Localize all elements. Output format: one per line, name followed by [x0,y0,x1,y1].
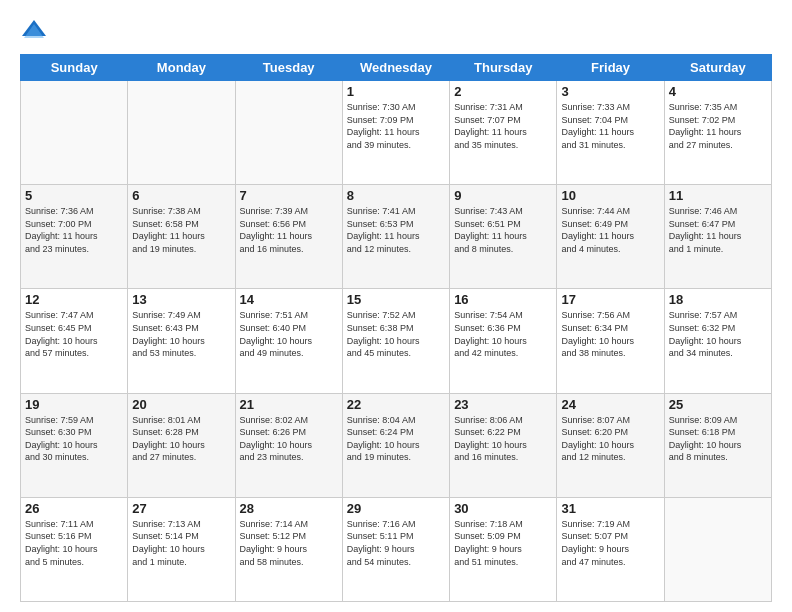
day-info: Sunrise: 7:14 AM Sunset: 5:12 PM Dayligh… [240,518,338,568]
calendar-cell: 22Sunrise: 8:04 AM Sunset: 6:24 PM Dayli… [342,393,449,497]
calendar-cell: 18Sunrise: 7:57 AM Sunset: 6:32 PM Dayli… [664,289,771,393]
day-info: Sunrise: 8:02 AM Sunset: 6:26 PM Dayligh… [240,414,338,464]
calendar-cell: 15Sunrise: 7:52 AM Sunset: 6:38 PM Dayli… [342,289,449,393]
day-number: 29 [347,501,445,516]
weekday-header-saturday: Saturday [664,55,771,81]
day-info: Sunrise: 7:36 AM Sunset: 7:00 PM Dayligh… [25,205,123,255]
day-number: 13 [132,292,230,307]
calendar-cell: 27Sunrise: 7:13 AM Sunset: 5:14 PM Dayli… [128,497,235,601]
calendar-cell: 12Sunrise: 7:47 AM Sunset: 6:45 PM Dayli… [21,289,128,393]
calendar-cell: 20Sunrise: 8:01 AM Sunset: 6:28 PM Dayli… [128,393,235,497]
day-info: Sunrise: 7:13 AM Sunset: 5:14 PM Dayligh… [132,518,230,568]
day-number: 5 [25,188,123,203]
day-info: Sunrise: 7:46 AM Sunset: 6:47 PM Dayligh… [669,205,767,255]
calendar-cell: 9Sunrise: 7:43 AM Sunset: 6:51 PM Daylig… [450,185,557,289]
day-number: 21 [240,397,338,412]
day-number: 23 [454,397,552,412]
calendar-cell: 3Sunrise: 7:33 AM Sunset: 7:04 PM Daylig… [557,81,664,185]
weekday-header-friday: Friday [557,55,664,81]
calendar-cell [21,81,128,185]
day-number: 1 [347,84,445,99]
day-info: Sunrise: 7:35 AM Sunset: 7:02 PM Dayligh… [669,101,767,151]
calendar-cell: 10Sunrise: 7:44 AM Sunset: 6:49 PM Dayli… [557,185,664,289]
day-info: Sunrise: 8:01 AM Sunset: 6:28 PM Dayligh… [132,414,230,464]
day-info: Sunrise: 7:33 AM Sunset: 7:04 PM Dayligh… [561,101,659,151]
calendar-cell: 28Sunrise: 7:14 AM Sunset: 5:12 PM Dayli… [235,497,342,601]
calendar-cell: 31Sunrise: 7:19 AM Sunset: 5:07 PM Dayli… [557,497,664,601]
logo-icon [20,16,48,44]
day-number: 17 [561,292,659,307]
day-info: Sunrise: 7:43 AM Sunset: 6:51 PM Dayligh… [454,205,552,255]
day-number: 27 [132,501,230,516]
calendar-cell: 26Sunrise: 7:11 AM Sunset: 5:16 PM Dayli… [21,497,128,601]
day-number: 25 [669,397,767,412]
calendar-week-row: 5Sunrise: 7:36 AM Sunset: 7:00 PM Daylig… [21,185,772,289]
day-number: 19 [25,397,123,412]
calendar-table: SundayMondayTuesdayWednesdayThursdayFrid… [20,54,772,602]
page: SundayMondayTuesdayWednesdayThursdayFrid… [0,0,792,612]
calendar-cell: 23Sunrise: 8:06 AM Sunset: 6:22 PM Dayli… [450,393,557,497]
calendar-cell: 13Sunrise: 7:49 AM Sunset: 6:43 PM Dayli… [128,289,235,393]
day-info: Sunrise: 7:56 AM Sunset: 6:34 PM Dayligh… [561,309,659,359]
calendar-week-row: 19Sunrise: 7:59 AM Sunset: 6:30 PM Dayli… [21,393,772,497]
weekday-header-thursday: Thursday [450,55,557,81]
weekday-header-wednesday: Wednesday [342,55,449,81]
day-info: Sunrise: 7:49 AM Sunset: 6:43 PM Dayligh… [132,309,230,359]
calendar-cell [235,81,342,185]
calendar-cell: 1Sunrise: 7:30 AM Sunset: 7:09 PM Daylig… [342,81,449,185]
day-number: 11 [669,188,767,203]
calendar-cell: 4Sunrise: 7:35 AM Sunset: 7:02 PM Daylig… [664,81,771,185]
day-number: 6 [132,188,230,203]
calendar-cell: 17Sunrise: 7:56 AM Sunset: 6:34 PM Dayli… [557,289,664,393]
day-number: 22 [347,397,445,412]
day-number: 18 [669,292,767,307]
day-number: 4 [669,84,767,99]
weekday-header-sunday: Sunday [21,55,128,81]
day-info: Sunrise: 7:38 AM Sunset: 6:58 PM Dayligh… [132,205,230,255]
day-number: 20 [132,397,230,412]
calendar-cell: 29Sunrise: 7:16 AM Sunset: 5:11 PM Dayli… [342,497,449,601]
day-info: Sunrise: 7:44 AM Sunset: 6:49 PM Dayligh… [561,205,659,255]
day-info: Sunrise: 7:31 AM Sunset: 7:07 PM Dayligh… [454,101,552,151]
day-number: 8 [347,188,445,203]
day-number: 16 [454,292,552,307]
calendar-header-row: SundayMondayTuesdayWednesdayThursdayFrid… [21,55,772,81]
day-number: 28 [240,501,338,516]
day-number: 12 [25,292,123,307]
day-number: 14 [240,292,338,307]
day-number: 9 [454,188,552,203]
day-number: 26 [25,501,123,516]
day-number: 31 [561,501,659,516]
day-info: Sunrise: 7:59 AM Sunset: 6:30 PM Dayligh… [25,414,123,464]
header [20,16,772,44]
calendar-cell: 7Sunrise: 7:39 AM Sunset: 6:56 PM Daylig… [235,185,342,289]
day-info: Sunrise: 7:16 AM Sunset: 5:11 PM Dayligh… [347,518,445,568]
day-info: Sunrise: 7:54 AM Sunset: 6:36 PM Dayligh… [454,309,552,359]
calendar-cell: 19Sunrise: 7:59 AM Sunset: 6:30 PM Dayli… [21,393,128,497]
calendar-week-row: 26Sunrise: 7:11 AM Sunset: 5:16 PM Dayli… [21,497,772,601]
day-number: 3 [561,84,659,99]
logo [20,16,52,44]
calendar-cell: 30Sunrise: 7:18 AM Sunset: 5:09 PM Dayli… [450,497,557,601]
calendar-cell: 24Sunrise: 8:07 AM Sunset: 6:20 PM Dayli… [557,393,664,497]
day-info: Sunrise: 7:18 AM Sunset: 5:09 PM Dayligh… [454,518,552,568]
calendar-cell [664,497,771,601]
day-info: Sunrise: 7:39 AM Sunset: 6:56 PM Dayligh… [240,205,338,255]
day-info: Sunrise: 7:11 AM Sunset: 5:16 PM Dayligh… [25,518,123,568]
calendar-cell: 6Sunrise: 7:38 AM Sunset: 6:58 PM Daylig… [128,185,235,289]
calendar-cell: 14Sunrise: 7:51 AM Sunset: 6:40 PM Dayli… [235,289,342,393]
day-number: 7 [240,188,338,203]
day-info: Sunrise: 7:52 AM Sunset: 6:38 PM Dayligh… [347,309,445,359]
calendar-cell: 21Sunrise: 8:02 AM Sunset: 6:26 PM Dayli… [235,393,342,497]
calendar-cell: 16Sunrise: 7:54 AM Sunset: 6:36 PM Dayli… [450,289,557,393]
calendar-cell [128,81,235,185]
calendar-cell: 25Sunrise: 8:09 AM Sunset: 6:18 PM Dayli… [664,393,771,497]
calendar-cell: 11Sunrise: 7:46 AM Sunset: 6:47 PM Dayli… [664,185,771,289]
calendar-cell: 2Sunrise: 7:31 AM Sunset: 7:07 PM Daylig… [450,81,557,185]
day-number: 24 [561,397,659,412]
day-info: Sunrise: 8:07 AM Sunset: 6:20 PM Dayligh… [561,414,659,464]
day-info: Sunrise: 7:51 AM Sunset: 6:40 PM Dayligh… [240,309,338,359]
day-info: Sunrise: 7:30 AM Sunset: 7:09 PM Dayligh… [347,101,445,151]
weekday-header-monday: Monday [128,55,235,81]
day-info: Sunrise: 7:47 AM Sunset: 6:45 PM Dayligh… [25,309,123,359]
